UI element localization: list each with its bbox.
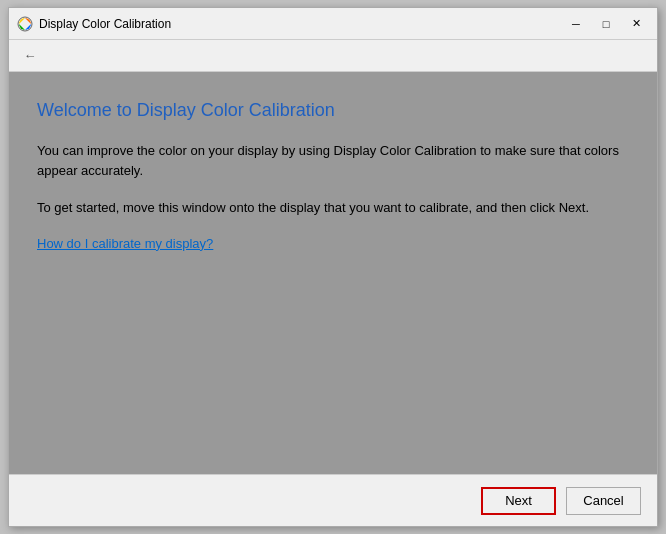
- svg-point-0: [18, 17, 32, 31]
- window-title: Display Color Calibration: [39, 17, 171, 31]
- title-bar-left: Display Color Calibration: [17, 16, 171, 32]
- title-bar-controls: ─ □ ✕: [563, 14, 649, 34]
- nav-bar: ←: [9, 40, 657, 72]
- page-title: Welcome to Display Color Calibration: [37, 100, 629, 121]
- description-paragraph-2: To get started, move this window onto th…: [37, 198, 629, 218]
- minimize-button[interactable]: ─: [563, 14, 589, 34]
- next-button[interactable]: Next: [481, 487, 556, 515]
- close-button[interactable]: ✕: [623, 14, 649, 34]
- title-bar: Display Color Calibration ─ □ ✕: [9, 8, 657, 40]
- main-window: Display Color Calibration ─ □ ✕ ← Welcom…: [8, 7, 658, 527]
- cancel-button[interactable]: Cancel: [566, 487, 641, 515]
- maximize-button[interactable]: □: [593, 14, 619, 34]
- color-calibration-icon: [17, 16, 33, 32]
- back-button[interactable]: ←: [19, 45, 41, 67]
- description-paragraph-1: You can improve the color on your displa…: [37, 141, 629, 180]
- bottom-bar: Next Cancel: [9, 474, 657, 526]
- help-link[interactable]: How do I calibrate my display?: [37, 236, 629, 251]
- content-area: Welcome to Display Color Calibration You…: [9, 72, 657, 474]
